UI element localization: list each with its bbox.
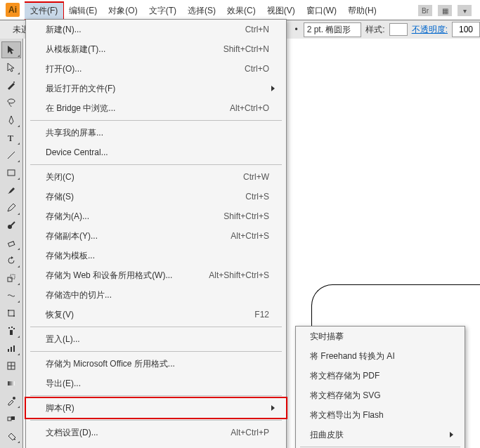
tool-rotate[interactable]: [1, 252, 21, 269]
menu-effect[interactable]: 效果(C): [221, 3, 261, 19]
menu-shortcut: Alt+Ctrl+O: [230, 103, 275, 113]
stroke-select[interactable]: 2 pt. 椭圆形: [304, 22, 362, 37]
menu-shortcut: Alt+Ctrl+S: [231, 231, 275, 241]
menu-select[interactable]: 选择(S): [182, 3, 221, 19]
menu-item-label: 将文档导出为 Flash: [310, 409, 453, 421]
menu-item-label: 新建(N)...: [46, 24, 245, 36]
tool-symbol-sprayer[interactable]: [1, 322, 21, 339]
file-menu-item-3[interactable]: 最近打开的文件(F): [26, 79, 286, 98]
file-menu-item-1[interactable]: 从模板新建(T)...Shift+Ctrl+N: [26, 39, 286, 59]
svg-rect-12: [10, 330, 13, 335]
menu-item-label: 扭曲皮肤: [310, 429, 450, 441]
file-menu-item-14[interactable]: 存储为 Web 和设备所用格式(W)...Alt+Shift+Ctrl+S: [26, 265, 286, 285]
menubar: 文件(F) 编辑(E) 对象(O) 文字(T) 选择(S) 效果(C) 视图(V…: [25, 3, 474, 18]
bridge-icon[interactable]: Br: [418, 5, 432, 16]
file-menu-item-25[interactable]: 文档设置(D)...Alt+Ctrl+P: [26, 423, 286, 442]
tool-eyedropper[interactable]: [1, 393, 21, 409]
file-menu-item-15[interactable]: 存储选中的切片...: [26, 285, 286, 305]
menu-item-label: 存储(S): [46, 191, 245, 203]
tool-pen[interactable]: [1, 112, 21, 129]
script-menu-item-5[interactable]: 扭曲皮肤: [296, 425, 465, 444]
menu-item-label: 存储为模板...: [46, 250, 275, 262]
tool-blend[interactable]: [1, 410, 21, 427]
file-menu-item-12[interactable]: 存储副本(Y)...Alt+Ctrl+S: [26, 226, 286, 246]
script-submenu: 实时描摹将 Freehand 转换为 AI将文档存储为 PDF将文档存储为 SV…: [295, 326, 465, 448]
svg-rect-6: [8, 242, 15, 246]
tool-scale[interactable]: [1, 270, 21, 286]
tool-graph[interactable]: [1, 340, 21, 357]
tool-live-paint[interactable]: [1, 428, 21, 444]
file-menu-item-13[interactable]: 存储为模板...: [26, 246, 286, 265]
svg-rect-24: [8, 417, 11, 421]
script-menu-item-4[interactable]: 将文档导出为 Flash: [296, 405, 465, 425]
tool-eraser[interactable]: [1, 235, 21, 251]
style-label: 样式:: [365, 24, 384, 36]
svg-rect-18: [13, 345, 15, 352]
menu-shortcut: Ctrl+N: [245, 25, 275, 34]
svg-rect-25: [11, 416, 15, 420]
opacity-label[interactable]: 不透明度:: [412, 24, 448, 36]
tool-blob-brush[interactable]: [1, 217, 21, 234]
tool-pencil[interactable]: [1, 199, 21, 216]
menu-shortcut: Alt+Shift+Ctrl+S: [209, 270, 275, 280]
file-menu-item-16[interactable]: 恢复(V)F12: [26, 305, 286, 324]
menu-file[interactable]: 文件(F): [25, 3, 63, 19]
menu-window[interactable]: 窗口(W): [301, 3, 342, 19]
tool-free-transform[interactable]: [1, 305, 21, 322]
file-menu-item-7[interactable]: Device Central...: [26, 143, 286, 162]
file-menu-item-2[interactable]: 打开(O)...Ctrl+O: [26, 59, 286, 79]
tool-rectangle[interactable]: [1, 164, 21, 181]
menu-item-label: 打开(O)...: [46, 63, 245, 75]
script-menu-item-3[interactable]: 将文档存储为 SVG: [296, 386, 465, 405]
file-menu-item-26[interactable]: 文档颜色模式(M): [26, 442, 286, 448]
menu-edit[interactable]: 编辑(E): [63, 3, 103, 19]
file-menu-item-0[interactable]: 新建(N)...Ctrl+N: [26, 20, 286, 39]
file-menu-item-18[interactable]: 置入(L)...: [26, 329, 286, 349]
tool-magic-wand[interactable]: [1, 77, 21, 93]
menu-item-label: 文档设置(D)...: [46, 427, 231, 439]
menu-item-label: 从模板新建(T)...: [46, 44, 223, 55]
script-menu-item-1[interactable]: 将 Freehand 转换为 AI: [296, 346, 465, 366]
file-menu-item-6[interactable]: 共享我的屏幕...: [26, 123, 286, 143]
menu-type[interactable]: 文字(T): [143, 3, 182, 19]
tool-gradient[interactable]: [1, 375, 21, 392]
script-menu-item-0[interactable]: 实时描摹: [296, 327, 465, 346]
menu-separator: [30, 420, 282, 421]
menu-shortcut: Alt+Ctrl+P: [231, 428, 275, 437]
menu-item-label: 共享我的屏幕...: [46, 127, 275, 139]
file-menu-item-9[interactable]: 关闭(C)Ctrl+W: [26, 167, 286, 187]
file-menu-item-10[interactable]: 存储(S)Ctrl+S: [26, 187, 286, 206]
file-menu-item-23[interactable]: 脚本(R): [26, 398, 286, 418]
file-menu-item-4[interactable]: 在 Bridge 中浏览...Alt+Ctrl+O: [26, 98, 286, 118]
workspace-dropdown-icon[interactable]: ▾: [458, 5, 472, 16]
menu-separator: [30, 327, 282, 327]
opacity-input[interactable]: [452, 22, 480, 37]
file-menu-item-11[interactable]: 存储为(A)...Shift+Ctrl+S: [26, 206, 286, 226]
menu-separator: [30, 351, 282, 352]
tool-lasso[interactable]: [1, 94, 21, 111]
menu-shortcut: Ctrl+W: [243, 172, 275, 182]
svg-rect-9: [8, 310, 14, 316]
menu-view[interactable]: 视图(V): [261, 3, 301, 19]
file-menu-item-21[interactable]: 导出(E)...: [26, 374, 286, 393]
tool-direct-selection[interactable]: [1, 59, 21, 76]
menu-separator: [30, 395, 282, 396]
menu-shortcut: F12: [254, 310, 275, 319]
svg-rect-4: [8, 170, 15, 176]
menu-help[interactable]: 帮助(H): [342, 3, 382, 19]
tool-warp[interactable]: [1, 287, 21, 304]
script-menu-item-2[interactable]: 将文档存储为 PDF: [296, 366, 465, 386]
style-swatch[interactable]: [389, 23, 408, 36]
tool-line[interactable]: [1, 147, 21, 164]
file-menu-item-20[interactable]: 存储为 Microsoft Office 所用格式...: [26, 354, 286, 374]
menu-separator: [30, 164, 282, 165]
tool-mesh[interactable]: [1, 357, 21, 374]
tool-paintbrush[interactable]: [1, 182, 21, 199]
menu-shortcut: Shift+Ctrl+S: [223, 211, 275, 221]
tool-type[interactable]: T: [1, 129, 21, 146]
menu-item-label: 在 Bridge 中浏览...: [46, 103, 230, 114]
tool-selection[interactable]: [1, 41, 21, 58]
menu-object[interactable]: 对象(O): [103, 3, 143, 19]
arrange-icon[interactable]: ▦: [438, 5, 452, 16]
svg-point-15: [13, 328, 15, 329]
